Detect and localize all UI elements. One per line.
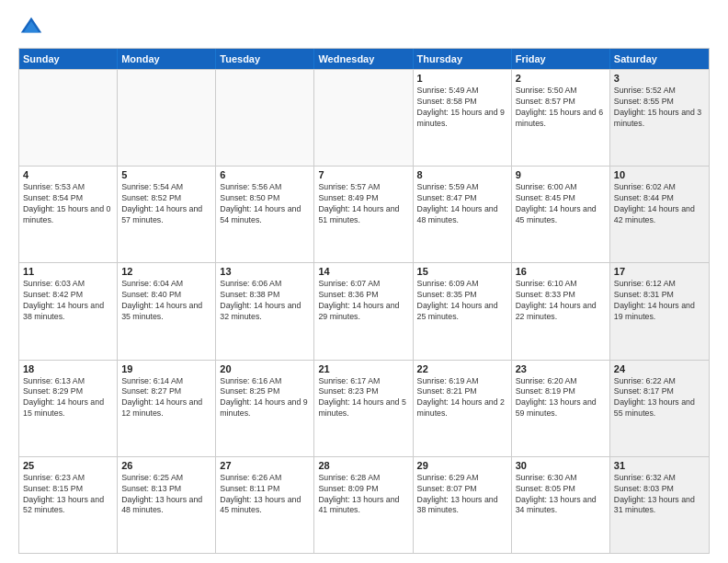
calendar-cell-7: 7Sunrise: 5:57 AM Sunset: 8:49 PM Daylig… xyxy=(314,167,413,262)
cell-info: Sunrise: 6:30 AM Sunset: 8:05 PM Dayligh… xyxy=(516,473,606,517)
cell-info: Sunrise: 6:03 AM Sunset: 8:42 PM Dayligh… xyxy=(23,279,113,323)
cell-info: Sunrise: 6:32 AM Sunset: 8:03 PM Dayligh… xyxy=(614,473,705,517)
calendar-cell-14: 14Sunrise: 6:07 AM Sunset: 8:36 PM Dayli… xyxy=(314,263,413,359)
logo xyxy=(18,15,48,40)
calendar-cell-empty-0-3 xyxy=(314,70,413,166)
cell-info: Sunrise: 6:07 AM Sunset: 8:36 PM Dayligh… xyxy=(318,279,408,323)
day-number: 10 xyxy=(614,169,705,180)
day-number: 21 xyxy=(318,363,408,374)
cell-info: Sunrise: 6:14 AM Sunset: 8:27 PM Dayligh… xyxy=(121,376,211,420)
calendar-cell-9: 9Sunrise: 6:00 AM Sunset: 8:45 PM Daylig… xyxy=(512,167,610,262)
cell-info: Sunrise: 6:23 AM Sunset: 8:15 PM Dayligh… xyxy=(23,473,113,517)
calendar-cell-13: 13Sunrise: 6:06 AM Sunset: 8:38 PM Dayli… xyxy=(216,263,314,359)
calendar-cell-1: 1Sunrise: 5:49 AM Sunset: 8:58 PM Daylig… xyxy=(414,70,512,166)
cell-info: Sunrise: 6:10 AM Sunset: 8:33 PM Dayligh… xyxy=(516,279,606,323)
calendar-cell-5: 5Sunrise: 5:54 AM Sunset: 8:52 PM Daylig… xyxy=(118,167,216,262)
calendar-cell-29: 29Sunrise: 6:29 AM Sunset: 8:07 PM Dayli… xyxy=(414,457,512,553)
day-number: 25 xyxy=(23,460,113,471)
calendar-cell-19: 19Sunrise: 6:14 AM Sunset: 8:27 PM Dayli… xyxy=(118,361,216,456)
calendar-cell-23: 23Sunrise: 6:20 AM Sunset: 8:19 PM Dayli… xyxy=(512,361,610,456)
day-number: 2 xyxy=(516,73,606,84)
day-number: 3 xyxy=(614,73,705,84)
day-number: 8 xyxy=(417,169,507,180)
calendar-cell-empty-0-0 xyxy=(19,70,118,166)
cell-info: Sunrise: 6:28 AM Sunset: 8:09 PM Dayligh… xyxy=(318,473,408,517)
day-number: 9 xyxy=(516,169,606,180)
day-number: 6 xyxy=(220,169,310,180)
weekday-header-wednesday: Wednesday xyxy=(314,49,413,69)
cell-info: Sunrise: 6:09 AM Sunset: 8:35 PM Dayligh… xyxy=(417,279,507,323)
cell-info: Sunrise: 5:53 AM Sunset: 8:54 PM Dayligh… xyxy=(23,182,113,226)
day-number: 22 xyxy=(417,363,507,374)
cell-info: Sunrise: 5:57 AM Sunset: 8:49 PM Dayligh… xyxy=(318,182,408,226)
weekday-header-saturday: Saturday xyxy=(610,49,709,69)
calendar-cell-20: 20Sunrise: 6:16 AM Sunset: 8:25 PM Dayli… xyxy=(216,361,314,456)
day-number: 4 xyxy=(23,169,113,180)
calendar-cell-3: 3Sunrise: 5:52 AM Sunset: 8:55 PM Daylig… xyxy=(610,70,709,166)
page: SundayMondayTuesdayWednesdayThursdayFrid… xyxy=(0,0,728,563)
day-number: 20 xyxy=(220,363,310,374)
calendar: SundayMondayTuesdayWednesdayThursdayFrid… xyxy=(18,48,710,554)
calendar-cell-empty-0-1 xyxy=(118,70,216,166)
calendar-cell-27: 27Sunrise: 6:26 AM Sunset: 8:11 PM Dayli… xyxy=(216,457,314,553)
day-number: 23 xyxy=(516,363,606,374)
calendar-row-2: 11Sunrise: 6:03 AM Sunset: 8:42 PM Dayli… xyxy=(19,262,709,359)
cell-info: Sunrise: 6:25 AM Sunset: 8:13 PM Dayligh… xyxy=(121,473,211,517)
day-number: 1 xyxy=(417,73,507,84)
day-number: 5 xyxy=(121,169,211,180)
calendar-cell-24: 24Sunrise: 6:22 AM Sunset: 8:17 PM Dayli… xyxy=(610,361,709,456)
cell-info: Sunrise: 6:02 AM Sunset: 8:44 PM Dayligh… xyxy=(614,182,705,226)
cell-info: Sunrise: 5:50 AM Sunset: 8:57 PM Dayligh… xyxy=(516,86,606,130)
header xyxy=(18,15,710,40)
cell-info: Sunrise: 5:49 AM Sunset: 8:58 PM Dayligh… xyxy=(417,86,507,130)
calendar-header: SundayMondayTuesdayWednesdayThursdayFrid… xyxy=(19,49,709,69)
weekday-header-monday: Monday xyxy=(118,49,216,69)
cell-info: Sunrise: 6:20 AM Sunset: 8:19 PM Dayligh… xyxy=(516,376,606,420)
calendar-cell-11: 11Sunrise: 6:03 AM Sunset: 8:42 PM Dayli… xyxy=(19,263,118,359)
cell-info: Sunrise: 6:29 AM Sunset: 8:07 PM Dayligh… xyxy=(417,473,507,517)
calendar-cell-12: 12Sunrise: 6:04 AM Sunset: 8:40 PM Dayli… xyxy=(118,263,216,359)
cell-info: Sunrise: 6:19 AM Sunset: 8:21 PM Dayligh… xyxy=(417,376,507,420)
cell-info: Sunrise: 6:26 AM Sunset: 8:11 PM Dayligh… xyxy=(220,473,310,517)
calendar-cell-30: 30Sunrise: 6:30 AM Sunset: 8:05 PM Dayli… xyxy=(512,457,610,553)
calendar-cell-21: 21Sunrise: 6:17 AM Sunset: 8:23 PM Dayli… xyxy=(314,361,413,456)
cell-info: Sunrise: 5:59 AM Sunset: 8:47 PM Dayligh… xyxy=(417,182,507,226)
calendar-row-0: 1Sunrise: 5:49 AM Sunset: 8:58 PM Daylig… xyxy=(19,69,709,166)
cell-info: Sunrise: 6:17 AM Sunset: 8:23 PM Dayligh… xyxy=(318,376,408,420)
day-number: 16 xyxy=(516,266,606,277)
weekday-header-thursday: Thursday xyxy=(414,49,512,69)
calendar-body: 1Sunrise: 5:49 AM Sunset: 8:58 PM Daylig… xyxy=(19,69,709,553)
calendar-cell-6: 6Sunrise: 5:56 AM Sunset: 8:50 PM Daylig… xyxy=(216,167,314,262)
calendar-cell-2: 2Sunrise: 5:50 AM Sunset: 8:57 PM Daylig… xyxy=(512,70,610,166)
calendar-row-4: 25Sunrise: 6:23 AM Sunset: 8:15 PM Dayli… xyxy=(19,456,709,553)
day-number: 11 xyxy=(23,266,113,277)
calendar-row-3: 18Sunrise: 6:13 AM Sunset: 8:29 PM Dayli… xyxy=(19,360,709,456)
day-number: 29 xyxy=(417,460,507,471)
day-number: 14 xyxy=(318,266,408,277)
day-number: 17 xyxy=(614,266,705,277)
calendar-cell-15: 15Sunrise: 6:09 AM Sunset: 8:35 PM Dayli… xyxy=(414,263,512,359)
calendar-cell-10: 10Sunrise: 6:02 AM Sunset: 8:44 PM Dayli… xyxy=(610,167,709,262)
cell-info: Sunrise: 5:52 AM Sunset: 8:55 PM Dayligh… xyxy=(614,86,705,130)
day-number: 18 xyxy=(23,363,113,374)
calendar-cell-empty-0-2 xyxy=(216,70,314,166)
day-number: 7 xyxy=(318,169,408,180)
cell-info: Sunrise: 6:06 AM Sunset: 8:38 PM Dayligh… xyxy=(220,279,310,323)
day-number: 12 xyxy=(121,266,211,277)
cell-info: Sunrise: 6:16 AM Sunset: 8:25 PM Dayligh… xyxy=(220,376,310,420)
day-number: 26 xyxy=(121,460,211,471)
calendar-cell-18: 18Sunrise: 6:13 AM Sunset: 8:29 PM Dayli… xyxy=(19,361,118,456)
calendar-cell-4: 4Sunrise: 5:53 AM Sunset: 8:54 PM Daylig… xyxy=(19,167,118,262)
cell-info: Sunrise: 6:04 AM Sunset: 8:40 PM Dayligh… xyxy=(121,279,211,323)
cell-info: Sunrise: 6:13 AM Sunset: 8:29 PM Dayligh… xyxy=(23,376,113,420)
cell-info: Sunrise: 6:12 AM Sunset: 8:31 PM Dayligh… xyxy=(614,279,705,323)
cell-info: Sunrise: 5:56 AM Sunset: 8:50 PM Dayligh… xyxy=(220,182,310,226)
cell-info: Sunrise: 5:54 AM Sunset: 8:52 PM Dayligh… xyxy=(121,182,211,226)
day-number: 30 xyxy=(516,460,606,471)
calendar-cell-22: 22Sunrise: 6:19 AM Sunset: 8:21 PM Dayli… xyxy=(414,361,512,456)
logo-icon xyxy=(18,15,44,40)
calendar-row-1: 4Sunrise: 5:53 AM Sunset: 8:54 PM Daylig… xyxy=(19,166,709,262)
cell-info: Sunrise: 6:00 AM Sunset: 8:45 PM Dayligh… xyxy=(516,182,606,226)
calendar-cell-17: 17Sunrise: 6:12 AM Sunset: 8:31 PM Dayli… xyxy=(610,263,709,359)
calendar-cell-16: 16Sunrise: 6:10 AM Sunset: 8:33 PM Dayli… xyxy=(512,263,610,359)
